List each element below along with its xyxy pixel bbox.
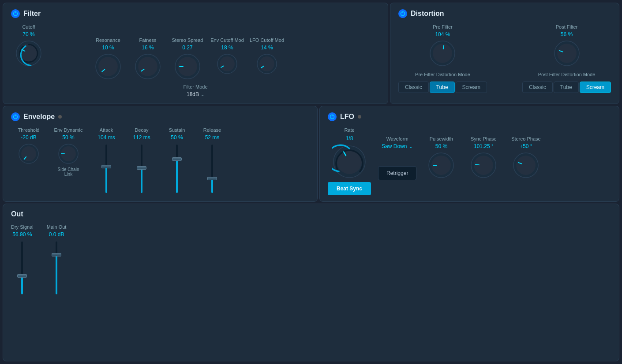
resonance-group: Resonance 10 % — [90, 37, 126, 81]
post-classic-button[interactable]: Classic — [522, 82, 553, 93]
pre-filter-group: Pre Filter 104 % — [425, 24, 460, 67]
lfo-rate-value: 1/8 — [346, 135, 353, 141]
main-out-group: Main Out 0.0 dB — [47, 224, 67, 297]
post-filter-value: 56 % — [561, 31, 573, 37]
decay-slider-track[interactable] — [141, 145, 142, 193]
retrigger-button[interactable]: Retrigger — [378, 166, 416, 180]
sync-phase-label: Sync Phase — [471, 136, 497, 141]
distortion-header: Distortion — [398, 9, 611, 18]
env-dynamic-group: Env Dynamic 50 % Side Chain Link — [51, 127, 86, 177]
svg-line-46 — [476, 164, 479, 165]
pre-filter-label: Pre Filter — [433, 24, 453, 30]
cutoff-label: Cutoff — [22, 24, 35, 30]
attack-label: Attack — [100, 127, 113, 133]
stereo-spread-label: Stereo Spread — [172, 37, 203, 43]
dry-signal-slider-thumb[interactable] — [17, 274, 27, 278]
pre-filter-knob[interactable] — [428, 39, 457, 67]
filter-power-button[interactable] — [11, 9, 20, 18]
main-out-slider-container — [56, 239, 57, 297]
release-slider-track[interactable] — [211, 145, 213, 193]
stereo-spread-value: 0.27 — [182, 45, 192, 51]
lfo-cutoff-mod-group: LFO Cutoff Mod 14 % — [249, 37, 285, 75]
stereo-spread-knob[interactable] — [173, 52, 202, 81]
post-filter-label: Post Filter — [556, 24, 578, 30]
svg-point-9 — [138, 57, 157, 76]
waveform-select[interactable]: Saw Down ⌄ — [382, 143, 413, 149]
filter-mode-label: Filter Mode — [183, 84, 207, 89]
decay-label: Decay — [135, 127, 148, 133]
envelope-power-button[interactable] — [11, 112, 20, 121]
sync-phase-group: Sync Phase 101.25 ° — [466, 136, 501, 179]
post-mode-buttons: Classic Tube Scream — [522, 82, 611, 93]
fatness-value: 16 % — [142, 45, 154, 51]
lfo-rate-knob[interactable] — [332, 144, 367, 179]
pre-filter-value: 104 % — [435, 31, 450, 37]
sustain-slider-track[interactable] — [176, 145, 178, 193]
lfo-cutoff-mod-value: 14 % — [261, 45, 273, 51]
svg-point-23 — [433, 44, 452, 63]
release-slider-thumb[interactable] — [207, 177, 217, 180]
env-cutoff-mod-knob[interactable] — [216, 52, 239, 75]
waveform-group: Waveform Saw Down ⌄ Retrigger — [378, 136, 416, 180]
threshold-group: Threshold -20 dB — [11, 127, 46, 177]
pulsewidth-knob[interactable] — [427, 151, 455, 179]
svg-point-18 — [259, 56, 274, 71]
main-out-slider-track[interactable] — [56, 241, 57, 294]
release-value: 52 ms — [205, 134, 220, 141]
dry-signal-slider-track[interactable] — [21, 241, 23, 294]
out-controls: Dry Signal 56.90 % Main Out 0.0 dB — [11, 224, 611, 297]
envelope-header: Envelope — [11, 112, 309, 121]
svg-point-31 — [21, 146, 36, 161]
fatness-knob[interactable] — [134, 52, 162, 81]
main-out-value: 0.0 dB — [49, 231, 64, 238]
stereo-phase-value: +50 ° — [520, 143, 532, 149]
pre-classic-button[interactable]: Classic — [398, 82, 429, 93]
waveform-chevron-icon: ⌄ — [408, 143, 413, 149]
post-tube-button[interactable]: Tube — [554, 82, 579, 93]
sustain-slider-thumb[interactable] — [172, 157, 182, 161]
envelope-knobs: Threshold -20 dB Env Dynamic — [11, 127, 86, 177]
decay-slider-thumb[interactable] — [137, 166, 146, 170]
dry-signal-label: Dry Signal — [11, 224, 34, 230]
pre-tube-button[interactable]: Tube — [430, 82, 455, 93]
distortion-panel: Distortion Pre Filter 104 % — [390, 3, 619, 104]
envelope-sliders: Attack 104 ms Decay 112 ms — [93, 127, 225, 195]
cutoff-group: Cutoff 70 % — [11, 24, 46, 67]
env-dynamic-knob[interactable] — [57, 142, 80, 165]
distortion-power-button[interactable] — [398, 9, 407, 18]
env-cutoff-mod-label: Env Cutoff Mod — [210, 37, 244, 43]
resonance-knob[interactable] — [94, 52, 122, 81]
pulsewidth-value: 50 % — [435, 143, 447, 149]
distortion-knobs: Pre Filter 104 % Pre Filter Distortion M… — [398, 24, 611, 93]
env-cutoff-mod-group: Env Cutoff Mod 18 % — [210, 37, 245, 75]
threshold-knob[interactable] — [17, 142, 40, 165]
envelope-title: Envelope — [23, 113, 55, 121]
lfo-power-button[interactable] — [328, 112, 337, 121]
beat-sync-button[interactable]: Beat Sync — [328, 182, 371, 195]
sync-phase-value: 101.25 ° — [474, 143, 494, 149]
pulsewidth-label: Pulsewidth — [430, 136, 453, 141]
attack-slider-thumb[interactable] — [101, 165, 111, 168]
release-slider-container — [211, 142, 213, 195]
main-out-slider-thumb[interactable] — [52, 253, 61, 256]
fatness-label: Fatness — [139, 37, 156, 43]
sync-phase-knob[interactable] — [469, 151, 498, 179]
post-scream-button[interactable]: Scream — [580, 82, 611, 93]
svg-point-26 — [557, 44, 577, 63]
env-cutoff-mod-value: 18 % — [221, 45, 233, 51]
sustain-label: Sustain — [169, 127, 185, 133]
svg-point-15 — [220, 56, 235, 71]
filter-title: Filter — [23, 10, 41, 18]
pre-scream-button[interactable]: Scream — [456, 82, 487, 93]
stereo-phase-knob[interactable] — [512, 151, 540, 179]
filter-knobs-row: Cutoff 70 % — [11, 24, 380, 81]
cutoff-knob[interactable] — [15, 39, 43, 67]
release-group: Release 52 ms — [199, 127, 225, 195]
pre-filter-section: Pre Filter 104 % Pre Filter Distortion M… — [398, 24, 487, 93]
attack-slider-track[interactable] — [105, 145, 107, 193]
post-filter-knob[interactable] — [553, 39, 581, 67]
lfo-cutoff-mod-knob[interactable] — [255, 52, 278, 75]
filter-mode-value[interactable]: 18dB ⌄ — [187, 91, 204, 97]
threshold-label: Threshold — [18, 127, 40, 133]
lfo-cutoff-mod-label: LFO Cutoff Mod — [250, 37, 284, 43]
